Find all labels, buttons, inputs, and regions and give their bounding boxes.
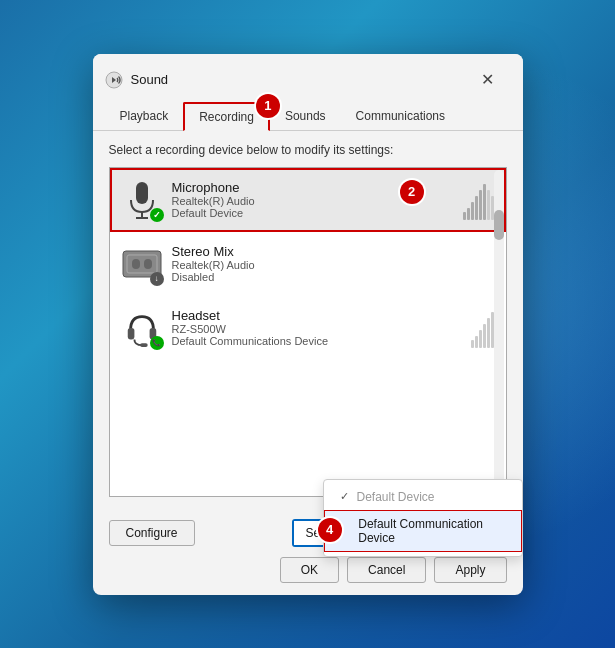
h-level-bar-1: [471, 340, 474, 348]
stereo-mix-status: Disabled: [172, 271, 494, 283]
tab-sounds[interactable]: Sounds: [270, 102, 341, 131]
title-bar-left: Sound: [105, 71, 169, 89]
headset-level-bars: [471, 308, 494, 348]
ok-cancel-row: ✓ Default Device Default Communication D…: [93, 557, 523, 595]
microphone-level-bars: [463, 180, 494, 220]
sound-dialog: Sound ✕ Playback Recording 1 Sounds Comm…: [93, 54, 523, 595]
close-button[interactable]: ✕: [465, 64, 511, 96]
tab-playback[interactable]: Playback: [105, 102, 184, 131]
level-bar-7: [487, 190, 490, 220]
h-level-bar-2: [475, 336, 478, 348]
title-bar: Sound ✕: [93, 54, 523, 96]
level-bar-1: [463, 212, 466, 220]
device-item-headset[interactable]: 📞 Headset RZ-S500W Default Communication…: [110, 296, 506, 360]
dropdown-popup: ✓ Default Device Default Communication D…: [323, 479, 523, 557]
device-list-scrollbar[interactable]: [494, 170, 504, 494]
dropdown-item-default-comm-device[interactable]: Default Communication Device 4: [324, 510, 522, 552]
headset-status: Default Communications Device: [172, 335, 471, 347]
stereo-mix-driver: Realtek(R) Audio: [172, 259, 494, 271]
svg-rect-1: [136, 182, 148, 204]
apply-button[interactable]: Apply: [434, 557, 506, 583]
default-device-label: Default Device: [357, 490, 435, 504]
description-text: Select a recording device below to modif…: [109, 143, 507, 157]
scrollbar-thumb: [494, 210, 504, 240]
dropdown-item-default-device[interactable]: ✓ Default Device: [324, 484, 522, 510]
stereo-mix-info: Stereo Mix Realtek(R) Audio Disabled: [172, 244, 494, 283]
stereo-mix-icon-container: ↓: [122, 244, 162, 284]
sound-icon: [105, 71, 123, 89]
level-bar-3: [471, 202, 474, 220]
level-bar-5: [479, 190, 482, 220]
stereo-mix-name: Stereo Mix: [172, 244, 494, 259]
default-check-badge: ✓: [150, 208, 164, 222]
level-bar-2: [467, 208, 470, 220]
svg-rect-7: [144, 259, 152, 269]
download-badge: ↓: [150, 272, 164, 286]
level-bar-4: [475, 196, 478, 220]
default-comm-device-label: Default Communication Device: [358, 517, 504, 545]
h-level-bar-4: [483, 324, 486, 348]
svg-rect-10: [140, 343, 148, 347]
headset-info: Headset RZ-S500W Default Communications …: [172, 308, 471, 347]
content-area: Select a recording device below to modif…: [93, 131, 523, 509]
badge-1: 1: [256, 94, 280, 118]
tabs-bar: Playback Recording 1 Sounds Communicatio…: [93, 98, 523, 131]
level-bar-6: [483, 184, 486, 220]
badge-4: 4: [318, 518, 342, 542]
h-level-bar-5: [487, 318, 490, 348]
device-item-microphone[interactable]: ✓ Microphone Realtek(R) Audio Default De…: [110, 168, 506, 232]
headset-driver: RZ-S500W: [172, 323, 471, 335]
h-level-bar-3: [479, 330, 482, 348]
device-list: ✓ Microphone Realtek(R) Audio Default De…: [109, 167, 507, 497]
device-item-stereo-mix[interactable]: ↓ Stereo Mix Realtek(R) Audio Disabled: [110, 232, 506, 296]
headset-icon-container: 📞: [122, 308, 162, 348]
window-title: Sound: [131, 72, 169, 87]
microphone-icon-container: ✓: [122, 180, 162, 220]
svg-rect-8: [127, 328, 134, 339]
badge-2: 2: [400, 180, 424, 204]
recording-tab-container: Recording 1: [183, 102, 270, 130]
phone-badge: 📞: [150, 336, 164, 350]
svg-rect-6: [132, 259, 140, 269]
cancel-button[interactable]: Cancel: [347, 557, 426, 583]
ok-button[interactable]: OK: [280, 557, 339, 583]
microphone-status: Default Device: [172, 207, 463, 219]
headset-name: Headset: [172, 308, 471, 323]
configure-button[interactable]: Configure: [109, 520, 195, 546]
check-mark-icon: ✓: [340, 490, 349, 503]
tab-communications[interactable]: Communications: [341, 102, 460, 131]
